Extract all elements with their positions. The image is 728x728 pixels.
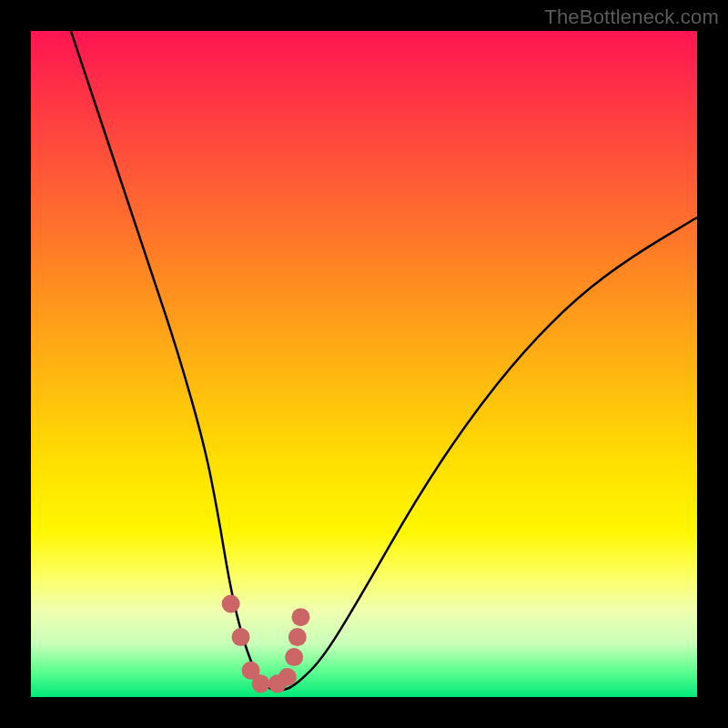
watermark-text: TheBottleneck.com [544, 5, 719, 29]
highlight-marker [288, 628, 307, 646]
highlight-marker [232, 628, 250, 646]
plot-area [31, 31, 697, 697]
highlight-marker [222, 595, 240, 613]
highlight-marker [291, 608, 309, 626]
bottleneck-curve [71, 31, 697, 691]
highlight-marker [252, 674, 270, 693]
bottleneck-curve-path [71, 31, 697, 691]
chart-frame: TheBottleneck.com [0, 0, 728, 728]
highlight-marker [285, 648, 303, 666]
curve-layer [31, 31, 697, 697]
highlight-marker [278, 668, 297, 686]
highlight-markers [222, 595, 310, 693]
